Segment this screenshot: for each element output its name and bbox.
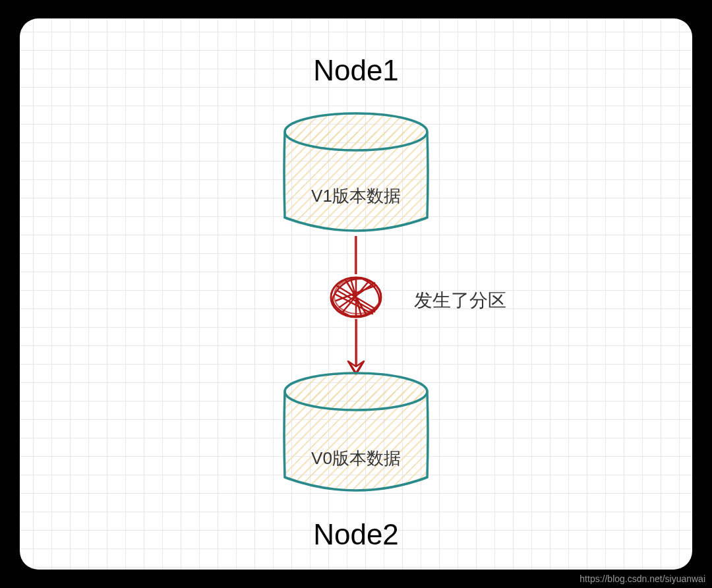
diagram-canvas: Node1 V1版本数据: [20, 18, 692, 570]
cylinder-node1-label: V1版本数据: [311, 185, 401, 208]
svg-point-1: [285, 113, 427, 150]
cylinder-node1: [270, 107, 442, 248]
cylinder-node2: [270, 367, 442, 508]
node2-title: Node2: [313, 518, 399, 551]
watermark-text: https://blog.csdn.net/siyuanwai: [579, 573, 705, 584]
partition-arrow: [310, 235, 402, 382]
partition-label: 发生了分区: [414, 288, 506, 313]
svg-point-9: [285, 373, 427, 410]
node1-title: Node1: [313, 54, 399, 87]
cylinder-node2-label: V0版本数据: [311, 447, 401, 470]
